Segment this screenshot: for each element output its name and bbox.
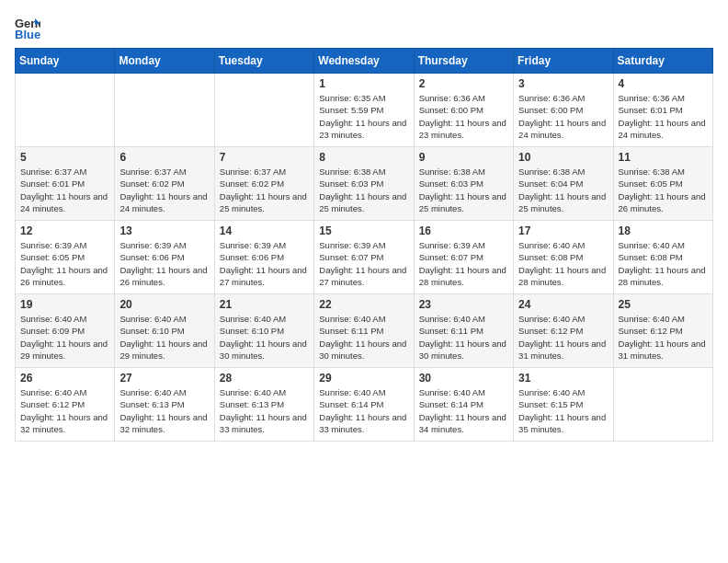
- day-number: 22: [319, 298, 408, 311]
- calendar-cell: 10Sunrise: 6:38 AMSunset: 6:04 PMDayligh…: [514, 147, 613, 221]
- calendar-cell: 27Sunrise: 6:40 AMSunset: 6:13 PMDayligh…: [115, 368, 214, 442]
- day-info: Sunrise: 6:40 AMSunset: 6:09 PMDaylight:…: [20, 313, 109, 362]
- day-info: Sunrise: 6:36 AMSunset: 6:01 PMDaylight:…: [619, 92, 708, 141]
- day-info: Sunrise: 6:40 AMSunset: 6:08 PMDaylight:…: [518, 239, 608, 288]
- calendar-cell: 24Sunrise: 6:40 AMSunset: 6:12 PMDayligh…: [514, 294, 613, 368]
- day-info: Sunrise: 6:38 AMSunset: 6:03 PMDaylight:…: [419, 166, 508, 214]
- day-info: Sunrise: 6:40 AMSunset: 6:11 PMDaylight:…: [319, 313, 408, 362]
- calendar-cell: 16Sunrise: 6:39 AMSunset: 6:07 PMDayligh…: [414, 221, 513, 294]
- calendar-cell: [613, 368, 712, 442]
- day-info: Sunrise: 6:40 AMSunset: 6:12 PMDaylight:…: [518, 313, 608, 362]
- week-row-3: 19Sunrise: 6:40 AMSunset: 6:09 PMDayligh…: [16, 294, 713, 368]
- day-number: 10: [518, 151, 608, 164]
- day-number: 19: [20, 298, 109, 311]
- day-number: 25: [619, 298, 708, 311]
- day-number: 17: [518, 224, 608, 237]
- svg-text:Blue: Blue: [15, 28, 40, 40]
- calendar-cell: 20Sunrise: 6:40 AMSunset: 6:10 PMDayligh…: [115, 294, 214, 368]
- day-number: 3: [518, 77, 608, 90]
- day-number: 27: [119, 372, 209, 385]
- calendar-cell: 29Sunrise: 6:40 AMSunset: 6:14 PMDayligh…: [314, 368, 414, 442]
- weekday-header-row: SundayMondayTuesdayWednesdayThursdayFrid…: [16, 49, 713, 74]
- day-info: Sunrise: 6:40 AMSunset: 6:14 PMDaylight:…: [419, 386, 508, 435]
- calendar-cell: [115, 74, 214, 147]
- day-number: 23: [419, 298, 508, 311]
- calendar-cell: 7Sunrise: 6:37 AMSunset: 6:02 PMDaylight…: [214, 147, 313, 221]
- day-number: 4: [619, 77, 708, 90]
- day-info: Sunrise: 6:40 AMSunset: 6:08 PMDaylight:…: [619, 239, 708, 288]
- calendar-table: SundayMondayTuesdayWednesdayThursdayFrid…: [15, 48, 713, 442]
- calendar-cell: 30Sunrise: 6:40 AMSunset: 6:14 PMDayligh…: [414, 368, 513, 442]
- day-info: Sunrise: 6:36 AMSunset: 6:00 PMDaylight:…: [518, 92, 608, 141]
- week-row-4: 26Sunrise: 6:40 AMSunset: 6:12 PMDayligh…: [16, 368, 713, 442]
- day-number: 28: [220, 372, 309, 385]
- calendar-cell: 4Sunrise: 6:36 AMSunset: 6:01 PMDaylight…: [613, 74, 712, 147]
- day-info: Sunrise: 6:39 AMSunset: 6:07 PMDaylight:…: [319, 239, 408, 288]
- day-number: 15: [319, 224, 408, 237]
- weekday-header-saturday: Saturday: [613, 49, 712, 74]
- calendar-cell: 28Sunrise: 6:40 AMSunset: 6:13 PMDayligh…: [214, 368, 313, 442]
- day-info: Sunrise: 6:38 AMSunset: 6:03 PMDaylight:…: [319, 166, 408, 214]
- day-info: Sunrise: 6:40 AMSunset: 6:12 PMDaylight:…: [20, 386, 109, 435]
- calendar-cell: 12Sunrise: 6:39 AMSunset: 6:05 PMDayligh…: [16, 221, 115, 294]
- day-number: 30: [419, 372, 508, 385]
- calendar-cell: 3Sunrise: 6:36 AMSunset: 6:00 PMDaylight…: [514, 74, 613, 147]
- day-number: 1: [319, 77, 408, 90]
- calendar-cell: 17Sunrise: 6:40 AMSunset: 6:08 PMDayligh…: [514, 221, 613, 294]
- day-number: 6: [119, 151, 209, 164]
- day-info: Sunrise: 6:36 AMSunset: 6:00 PMDaylight:…: [419, 92, 508, 141]
- calendar-cell: 14Sunrise: 6:39 AMSunset: 6:06 PMDayligh…: [214, 221, 313, 294]
- day-info: Sunrise: 6:40 AMSunset: 6:10 PMDaylight:…: [119, 313, 209, 362]
- weekday-header-monday: Monday: [115, 49, 214, 74]
- calendar-cell: 2Sunrise: 6:36 AMSunset: 6:00 PMDaylight…: [414, 74, 513, 147]
- calendar-cell: 5Sunrise: 6:37 AMSunset: 6:01 PMDaylight…: [16, 147, 115, 221]
- calendar-cell: 31Sunrise: 6:40 AMSunset: 6:15 PMDayligh…: [514, 368, 613, 442]
- day-info: Sunrise: 6:39 AMSunset: 6:05 PMDaylight:…: [20, 239, 109, 288]
- day-info: Sunrise: 6:38 AMSunset: 6:04 PMDaylight:…: [518, 166, 608, 214]
- calendar-cell: 19Sunrise: 6:40 AMSunset: 6:09 PMDayligh…: [16, 294, 115, 368]
- calendar-cell: 13Sunrise: 6:39 AMSunset: 6:06 PMDayligh…: [115, 221, 214, 294]
- day-number: 13: [119, 224, 209, 237]
- day-info: Sunrise: 6:35 AMSunset: 5:59 PMDaylight:…: [319, 92, 408, 141]
- calendar-cell: 26Sunrise: 6:40 AMSunset: 6:12 PMDayligh…: [16, 368, 115, 442]
- day-number: 14: [220, 224, 309, 237]
- day-number: 31: [518, 372, 608, 385]
- logo-icon: General Blue: [15, 15, 40, 40]
- day-info: Sunrise: 6:37 AMSunset: 6:02 PMDaylight:…: [119, 166, 209, 214]
- day-info: Sunrise: 6:39 AMSunset: 6:07 PMDaylight:…: [419, 239, 508, 288]
- day-info: Sunrise: 6:38 AMSunset: 6:05 PMDaylight:…: [619, 166, 708, 214]
- calendar-cell: 11Sunrise: 6:38 AMSunset: 6:05 PMDayligh…: [613, 147, 712, 221]
- week-row-2: 12Sunrise: 6:39 AMSunset: 6:05 PMDayligh…: [16, 221, 713, 294]
- calendar-cell: 8Sunrise: 6:38 AMSunset: 6:03 PMDaylight…: [314, 147, 414, 221]
- day-number: 18: [619, 224, 708, 237]
- day-info: Sunrise: 6:39 AMSunset: 6:06 PMDaylight:…: [220, 239, 309, 288]
- calendar-cell: 22Sunrise: 6:40 AMSunset: 6:11 PMDayligh…: [314, 294, 414, 368]
- day-number: 26: [20, 372, 109, 385]
- calendar-cell: 1Sunrise: 6:35 AMSunset: 5:59 PMDaylight…: [314, 74, 414, 147]
- day-number: 2: [419, 77, 508, 90]
- day-number: 12: [20, 224, 109, 237]
- logo: General Blue: [15, 15, 44, 40]
- calendar-cell: 15Sunrise: 6:39 AMSunset: 6:07 PMDayligh…: [314, 221, 414, 294]
- day-number: 8: [319, 151, 408, 164]
- header: General Blue: [15, 15, 713, 40]
- calendar-cell: 6Sunrise: 6:37 AMSunset: 6:02 PMDaylight…: [115, 147, 214, 221]
- day-info: Sunrise: 6:40 AMSunset: 6:14 PMDaylight:…: [319, 386, 408, 435]
- day-info: Sunrise: 6:40 AMSunset: 6:13 PMDaylight:…: [119, 386, 209, 435]
- calendar-cell: [214, 74, 313, 147]
- day-number: 11: [619, 151, 708, 164]
- weekday-header-friday: Friday: [514, 49, 613, 74]
- calendar-cell: 25Sunrise: 6:40 AMSunset: 6:12 PMDayligh…: [613, 294, 712, 368]
- calendar-cell: [16, 74, 115, 147]
- day-info: Sunrise: 6:40 AMSunset: 6:11 PMDaylight:…: [419, 313, 508, 362]
- day-number: 29: [319, 372, 408, 385]
- day-number: 7: [220, 151, 309, 164]
- day-info: Sunrise: 6:37 AMSunset: 6:01 PMDaylight:…: [20, 166, 109, 214]
- weekday-header-wednesday: Wednesday: [314, 49, 414, 74]
- day-info: Sunrise: 6:40 AMSunset: 6:12 PMDaylight:…: [619, 313, 708, 362]
- day-number: 9: [419, 151, 508, 164]
- day-number: 5: [20, 151, 109, 164]
- day-info: Sunrise: 6:40 AMSunset: 6:13 PMDaylight:…: [220, 386, 309, 435]
- day-number: 20: [119, 298, 209, 311]
- day-info: Sunrise: 6:40 AMSunset: 6:15 PMDaylight:…: [518, 386, 608, 435]
